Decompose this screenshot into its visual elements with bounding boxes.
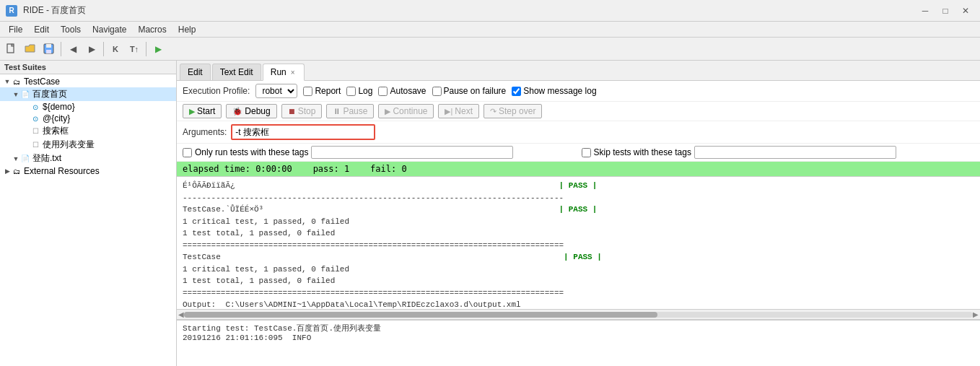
log-checkbox-label: Log	[346, 86, 372, 96]
toolbar-save[interactable]	[40, 40, 58, 58]
sep2	[103, 42, 104, 56]
tree-item-login[interactable]: ▼ 📄 登陆.txt	[0, 152, 176, 165]
pause-icon: ⏸	[333, 107, 341, 116]
tree-item-external[interactable]: ▶ 🗂 External Resources	[0, 165, 176, 177]
debug-icon: 🐞	[232, 107, 242, 116]
toolbar-k[interactable]: K	[107, 40, 124, 58]
toolbar-run[interactable]: ▶	[149, 40, 167, 58]
toolbar-back[interactable]: ◀	[64, 40, 82, 58]
tree-item-testcase[interactable]: ▼ 🗂 TestCase	[0, 76, 176, 87]
sep1	[61, 42, 61, 56]
tree-item-listvar[interactable]: ☐ 使用列表变量	[0, 138, 176, 152]
menu-macros[interactable]: Macros	[132, 23, 172, 36]
next-button[interactable]: ▶| Next	[438, 104, 479, 118]
arguments-input[interactable]	[231, 124, 375, 140]
toolbar: ◀ ▶ K T↑ ▶	[0, 38, 980, 61]
file-icon: 📄	[20, 90, 30, 100]
toolbar-t[interactable]: T↑	[126, 40, 143, 58]
maximize-button[interactable]: □	[937, 4, 954, 18]
next-label: Next	[455, 106, 473, 116]
tree-item-city-var[interactable]: ⊙ @{city}	[0, 113, 176, 124]
scrollbar-thumb[interactable]	[184, 312, 657, 318]
start-button[interactable]: ▶ Start	[183, 104, 222, 118]
step-over-button[interactable]: ↷ Step over	[484, 104, 542, 118]
pause-checkbox-label: Pause on failure	[432, 86, 507, 96]
close-button[interactable]: ✕	[957, 4, 974, 18]
scrollbar-track[interactable]	[184, 312, 973, 318]
tab-run-label: Run	[271, 67, 286, 77]
tab-bar: Edit Text Edit Run ×	[177, 61, 980, 81]
content-area: Edit Text Edit Run × Execution Profile: …	[177, 61, 980, 366]
menu-edit[interactable]: Edit	[28, 23, 55, 36]
tree-label: 登陆.txt	[32, 152, 61, 165]
menu-bar: File Edit Tools Navigate Macros Help	[0, 22, 980, 38]
pass-text: pass: 1	[313, 164, 350, 174]
arguments-row: Arguments:	[177, 121, 980, 144]
exec-profile-select[interactable]: robot	[255, 84, 297, 98]
tab-edit[interactable]: Edit	[180, 64, 211, 80]
minimize-button[interactable]: ─	[916, 4, 934, 18]
start-icon: ▶	[189, 107, 195, 116]
menu-file[interactable]: File	[3, 23, 28, 36]
tab-run[interactable]: Run ×	[263, 64, 305, 81]
step-over-icon: ↷	[490, 107, 496, 116]
show-log-checkbox-label: Show message log	[512, 86, 596, 96]
stop-button[interactable]: ⏹ Stop	[281, 104, 323, 118]
tree-item-baiduhomepage[interactable]: ▼ 📄 百度首页	[0, 87, 176, 101]
title-bar-left: R RIDE - 百度首页	[6, 4, 86, 17]
pause-label: Pause	[343, 106, 367, 116]
tab-text-edit-label: Text Edit	[220, 67, 253, 77]
toolbar-forward[interactable]: ▶	[83, 40, 100, 58]
horizontal-scrollbar[interactable]: ◀ ▶	[177, 309, 980, 319]
bottom-log-line: Starting test: TestCase.百度首页.使用列表变量	[183, 323, 974, 334]
skip-section: Skip tests with these tags	[582, 146, 975, 159]
skip-input[interactable]	[694, 146, 896, 159]
sep3	[146, 42, 146, 56]
log-area: É¹ÔÃÃĐïïãÃ¿ | PASS |--------------------…	[177, 177, 980, 319]
show-log-checkbox[interactable]	[512, 87, 521, 96]
tree-arrow: ▶	[3, 167, 12, 175]
var-icon: ⊙	[30, 102, 40, 112]
continue-icon: ▶	[385, 107, 390, 116]
log-checkbox[interactable]	[346, 87, 356, 96]
skip-label: Skip tests with these tags	[594, 147, 691, 157]
report-checkbox[interactable]	[303, 87, 312, 96]
tree-arrow: ▼	[12, 155, 20, 162]
pause-button[interactable]: ⏸ Pause	[326, 104, 374, 118]
bottom-log: Starting test: TestCase.百度首页.使用列表变量20191…	[177, 319, 980, 366]
log-line: ========================================…	[183, 240, 974, 252]
arguments-label: Arguments:	[183, 127, 227, 137]
menu-tools[interactable]: Tools	[55, 23, 87, 36]
skip-checkbox[interactable]	[582, 148, 591, 157]
autosave-checkbox[interactable]	[378, 87, 388, 96]
toolbar-open[interactable]	[22, 40, 39, 58]
debug-button[interactable]: 🐞 Debug	[226, 104, 276, 118]
menu-help[interactable]: Help	[172, 23, 202, 36]
autosave-checkbox-label: Autosave	[378, 86, 426, 96]
tree-area[interactable]: ▼ 🗂 TestCase ▼ 📄 百度首页 ⊙ ${demo}	[0, 74, 176, 366]
pause-checkbox[interactable]	[432, 87, 442, 96]
log-line: 1 test total, 1 passed, 0 failed	[183, 275, 974, 287]
log-content[interactable]: É¹ÔÃÃĐïïãÃ¿ | PASS |--------------------…	[177, 177, 980, 309]
tree-arrow: ▼	[3, 78, 12, 85]
next-icon: ▶|	[445, 107, 452, 116]
test-icon2: ☐	[30, 140, 40, 150]
menu-navigate[interactable]: Navigate	[87, 23, 132, 36]
tab-run-close[interactable]: ×	[289, 69, 297, 77]
window-title: RIDE - 百度首页	[23, 4, 86, 17]
tab-text-edit[interactable]: Text Edit	[212, 64, 261, 80]
toolbar-new[interactable]	[3, 40, 20, 58]
window-controls: ─ □ ✕	[916, 4, 974, 18]
log-line: ----------------------------------------…	[183, 192, 974, 204]
log-line: TestCase | PASS |	[183, 251, 974, 263]
tree-label: @{city}	[43, 113, 70, 123]
tree-item-searchbox[interactable]: ☐ 搜索框	[0, 124, 176, 138]
continue-button[interactable]: ▶ Continue	[378, 104, 434, 118]
start-label: Start	[197, 106, 215, 116]
log-line: 1 critical test, 1 passed, 0 failed	[183, 216, 974, 228]
only-run-checkbox[interactable]	[183, 148, 192, 157]
tree-item-demo-var[interactable]: ⊙ ${demo}	[0, 101, 176, 113]
exec-profile-label: Execution Profile:	[183, 86, 250, 96]
tree-label: External Resources	[24, 166, 100, 176]
only-run-input[interactable]	[311, 146, 513, 159]
